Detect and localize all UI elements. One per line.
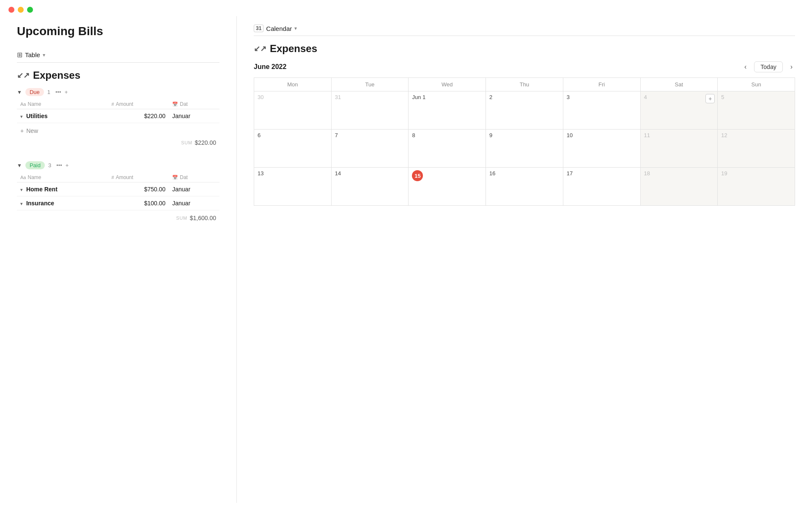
add-event-button[interactable]: + [705, 94, 715, 103]
today-badge: 15 [412, 170, 423, 181]
cal-day-6[interactable]: 6 [254, 130, 332, 168]
weekday-mon: Mon [254, 78, 332, 91]
day-number: 7 [335, 132, 338, 138]
due-row-name-text: Utilities [26, 113, 48, 119]
cal-day-15[interactable]: 15 [409, 168, 486, 206]
day-number: 4 [644, 94, 647, 100]
day-number: 16 [489, 170, 495, 177]
cal-day-12[interactable]: 12 [718, 130, 795, 168]
cal-day-4[interactable]: 4 + [640, 91, 718, 130]
cal-day-11[interactable]: 11 [640, 130, 718, 168]
text-icon: Aa [20, 175, 26, 180]
weekday-tue: Tue [331, 78, 409, 91]
due-col-date: 📅Dat [169, 99, 219, 109]
due-table: AaName #Amount 📅Dat ▾ Uti [17, 99, 219, 123]
minimize-button[interactable] [18, 7, 24, 13]
paid-sum-value: $1,600.00 [190, 215, 216, 221]
window-chrome [0, 0, 812, 16]
day-number: 2 [489, 94, 492, 100]
due-row-amount: $220.00 [108, 109, 169, 123]
paid-more-button[interactable]: ••• [56, 162, 62, 168]
expand-icon[interactable]: ▾ [20, 187, 23, 192]
day-number: Jun 1 [412, 94, 425, 100]
next-month-button[interactable]: › [788, 62, 795, 72]
day-number: 14 [335, 170, 341, 177]
cal-day-2[interactable]: 2 [486, 91, 563, 130]
cal-day-16[interactable]: 16 [486, 168, 563, 206]
calendar-week-row: 13 14 15 16 17 18 [254, 168, 795, 206]
month-label: June 2022 [254, 63, 286, 71]
cal-day-3[interactable]: 3 [563, 91, 640, 130]
day-number: 9 [489, 132, 492, 138]
due-toggle[interactable]: ▼ [17, 89, 22, 95]
day-number: 17 [567, 170, 573, 177]
close-button[interactable] [8, 7, 14, 13]
expand-icon[interactable]: ▾ [20, 201, 23, 206]
cal-day-8[interactable]: 8 [409, 130, 486, 168]
paid-toggle[interactable]: ▼ [17, 163, 22, 168]
due-row-name: ▾ Utilities [17, 109, 108, 123]
paid-row2-name-text: Insurance [26, 200, 54, 207]
cal-day-14[interactable]: 14 [331, 168, 409, 206]
calendar-navigation: ‹ Today › [742, 61, 795, 72]
table-view-selector[interactable]: ⊞ Table ▾ [17, 51, 219, 59]
calendar-section-title: ↙↗ Expenses [254, 43, 795, 55]
paid-sum-label: SUM [176, 215, 187, 221]
cal-day-5[interactable]: 5 [718, 91, 795, 130]
paid-group: ▼ Paid 3 ••• + AaName #Amount [17, 161, 219, 224]
day-number: 12 [721, 132, 727, 138]
table-icon: ⊞ [17, 51, 22, 59]
maximize-button[interactable] [27, 7, 33, 13]
due-count: 1 [47, 89, 50, 95]
cal-day-jun1[interactable]: Jun 1 [409, 91, 486, 130]
paid-actions: ••• + [56, 162, 69, 168]
expand-icon[interactable]: ▾ [20, 114, 23, 119]
due-group-header: ▼ Due 1 ••• + [17, 88, 219, 96]
due-group: ▼ Due 1 ••• + AaName #Amount [17, 88, 219, 149]
due-col-name: AaName [17, 99, 108, 109]
cal-day-19[interactable]: 19 [718, 168, 795, 206]
paid-add-button[interactable]: + [66, 162, 69, 168]
table-row: ▾ Insurance $100.00 Januar [17, 196, 219, 210]
due-new-row[interactable]: + New [17, 125, 219, 137]
cal-day-10[interactable]: 10 [563, 130, 640, 168]
cal-day-17[interactable]: 17 [563, 168, 640, 206]
prev-month-button[interactable]: ‹ [742, 62, 749, 72]
cal-day-18[interactable]: 18 [640, 168, 718, 206]
weekday-sun: Sun [718, 78, 795, 91]
page-title: Upcoming Bills [17, 25, 219, 38]
paid-row1-name: ▾ Home Rent [17, 182, 108, 196]
calendar-weekdays-row: Mon Tue Wed Thu Fri Sat Sun [254, 78, 795, 91]
paid-row2-amount: $100.00 [108, 196, 169, 210]
cal-day-13[interactable]: 13 [254, 168, 332, 206]
paid-row1-amount: $750.00 [108, 182, 169, 196]
calendar-view-label: Calendar [266, 25, 292, 32]
paid-table: AaName #Amount 📅Dat ▾ Hom [17, 173, 219, 210]
today-button[interactable]: Today [754, 61, 782, 72]
paid-sum-row: SUM $1,600.00 [17, 212, 219, 224]
cal-day-31-prev[interactable]: 31 [331, 91, 409, 130]
calendar-view-selector[interactable]: 31 Calendar ▾ [254, 25, 795, 32]
hash-icon: # [112, 175, 114, 180]
cal-day-9[interactable]: 9 [486, 130, 563, 168]
table-view-label: Table [25, 51, 40, 58]
cal-day-30-prev[interactable]: 30 [254, 91, 332, 130]
day-number: 8 [412, 132, 415, 138]
plus-icon: + [20, 127, 24, 134]
paid-count: 3 [48, 162, 51, 168]
expenses-title-text: Expenses [33, 69, 80, 81]
weekday-wed: Wed [409, 78, 486, 91]
right-panel: 31 Calendar ▾ ↙↗ Expenses June 2022 ‹ To… [237, 16, 812, 503]
due-add-button[interactable]: + [65, 89, 68, 95]
table-row: ▾ Utilities $220.00 Januar [17, 109, 219, 123]
paid-badge: Paid [25, 161, 45, 169]
paid-group-header: ▼ Paid 3 ••• + [17, 161, 219, 169]
paid-col-date: 📅Dat [169, 173, 219, 182]
paid-row2-name: ▾ Insurance [17, 196, 108, 210]
cal-day-7[interactable]: 7 [331, 130, 409, 168]
day-number: 13 [258, 170, 263, 177]
due-col-amount: #Amount [108, 99, 169, 109]
day-number: 6 [258, 132, 261, 138]
due-more-button[interactable]: ••• [55, 89, 61, 95]
day-number: 31 [335, 94, 341, 100]
